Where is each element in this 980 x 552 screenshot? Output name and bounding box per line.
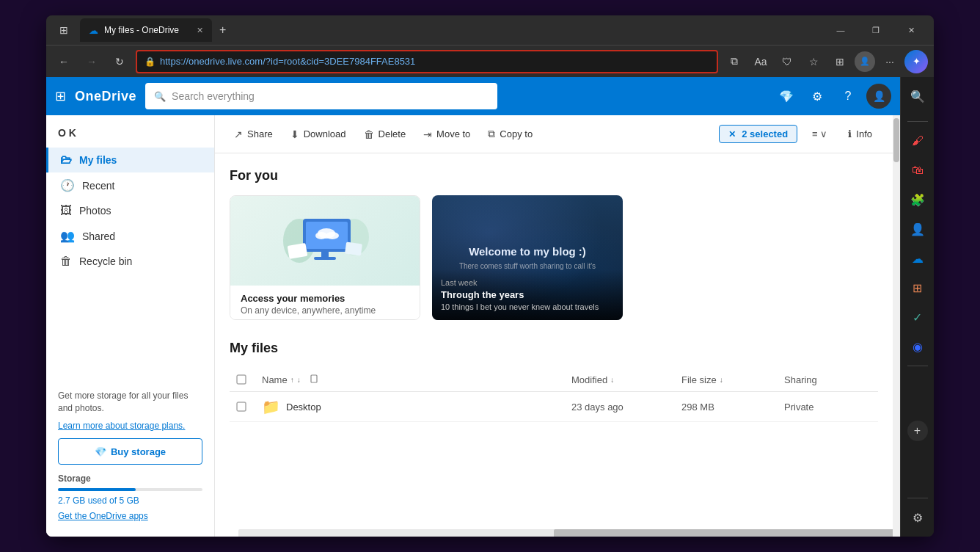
- topbar-right: 💎 ⚙ ? 👤: [774, 84, 891, 109]
- file-name-cell: 📁 Desktop: [262, 398, 571, 415]
- ext-search-icon[interactable]: 🔍: [904, 83, 931, 109]
- horizontal-scrollbar[interactable]: [238, 529, 869, 537]
- apps-grid-icon[interactable]: ⊞: [55, 88, 66, 104]
- for-you-cards: Access your memories On any device, anyw…: [230, 195, 878, 320]
- read-aloud-icon[interactable]: Aa: [749, 50, 772, 73]
- header-check[interactable]: [235, 374, 262, 385]
- file-sharing-cell: Private: [784, 402, 872, 413]
- ext-puzzle-icon[interactable]: 🧩: [904, 186, 931, 213]
- search-box[interactable]: 🔍 Search everything: [145, 83, 497, 109]
- settings-icon[interactable]: ⚙: [805, 84, 830, 109]
- row-checkbox[interactable]: [235, 401, 262, 413]
- ext-onedrive-icon[interactable]: ☁: [904, 245, 931, 272]
- blog-card-bg: Welcome to my blog :) There comes stuff …: [432, 195, 623, 320]
- blog-subtitle: 10 things I bet you never knew about tra…: [441, 302, 614, 311]
- header-name[interactable]: Name ↑ ↓: [262, 374, 571, 385]
- download-button[interactable]: ⬇ Download: [283, 124, 354, 145]
- ext-blue-icon[interactable]: ◉: [904, 333, 931, 360]
- trash-icon: 🗑: [364, 128, 374, 140]
- ext-add-button[interactable]: +: [907, 421, 928, 441]
- header-modified-label: Modified: [571, 374, 607, 385]
- split-screen-icon[interactable]: ⧉: [723, 50, 746, 73]
- copy-to-button[interactable]: ⧉ Copy to: [480, 123, 540, 145]
- for-you-title: For you: [230, 168, 878, 184]
- table-row[interactable]: 📁 Desktop 23 days ago 298 MB Private: [230, 392, 878, 422]
- ext-paint-icon[interactable]: 🖌: [904, 128, 931, 154]
- address-text: https://onedrive.live.com/?id=root&cid=3…: [160, 56, 415, 67]
- new-tab-button[interactable]: +: [216, 21, 229, 40]
- main-content: ⊞ OneDrive 🔍 Search everything 💎 ⚙ ? 👤 O…: [46, 77, 934, 537]
- delete-button[interactable]: 🗑 Delete: [356, 124, 414, 145]
- favorites-icon[interactable]: ☆: [802, 50, 825, 73]
- view-toggle: ≡ ∨: [806, 126, 833, 142]
- sidebar-item-recyclebin[interactable]: 🗑 Recycle bin: [46, 249, 214, 274]
- browser-toolbar-right: ⧉ Aa 🛡 ☆ ⊞ 👤 ··· ✦: [723, 50, 928, 73]
- sidebar-toggle[interactable]: ⊞: [52, 18, 76, 42]
- restore-button[interactable]: ❐: [859, 19, 893, 41]
- svg-rect-7: [321, 252, 329, 258]
- move-icon: ⇥: [423, 128, 432, 140]
- svg-point-6: [326, 232, 339, 239]
- share-button[interactable]: ↗ Share: [227, 124, 280, 145]
- header-filesize[interactable]: File size ↓: [681, 374, 784, 385]
- minimize-button[interactable]: —: [824, 19, 858, 41]
- photos-icon: 🖼: [60, 204, 72, 217]
- move-to-button[interactable]: ⇥ Move to: [416, 124, 478, 145]
- memories-card-title: Access your memories: [241, 293, 409, 304]
- blog-card[interactable]: Welcome to my blog :) There comes stuff …: [432, 195, 623, 320]
- sidebar-item-recyclebin-label: Recycle bin: [79, 255, 132, 267]
- selected-badge: ✕ 2 selected: [719, 125, 797, 143]
- premium-icon[interactable]: 💎: [774, 84, 799, 109]
- more-options-icon[interactable]: ···: [878, 50, 902, 73]
- vertical-scrollbar-thumb[interactable]: [893, 118, 899, 162]
- ext-bag-icon[interactable]: 🛍: [904, 157, 931, 184]
- header-modified[interactable]: Modified ↓: [571, 374, 681, 385]
- storage-section: Get more storage for all your files and …: [46, 381, 214, 531]
- tab-title: My files - OneDrive: [104, 25, 179, 35]
- sidebar-item-myfiles[interactable]: 🗁 My files: [46, 148, 214, 172]
- forward-button[interactable]: →: [80, 50, 103, 73]
- storage-plans-link[interactable]: Learn more about storage plans.: [58, 421, 202, 431]
- browser-profile-icon[interactable]: 👤: [855, 51, 875, 72]
- ext-settings-icon[interactable]: ⚙: [904, 504, 931, 531]
- refresh-button[interactable]: ↻: [108, 50, 131, 73]
- collections-icon[interactable]: ⊞: [828, 50, 852, 73]
- sidebar-item-recent[interactable]: 🕐 Recent: [46, 172, 214, 198]
- sidebar-item-shared[interactable]: 👥 Shared: [46, 223, 214, 249]
- sidebar-item-shared-label: Shared: [82, 230, 115, 242]
- ext-office-icon[interactable]: ⊞: [904, 275, 931, 301]
- files-section: Name ↑ ↓ Modified ↓: [230, 368, 878, 422]
- tab-close-button[interactable]: ✕: [197, 26, 203, 35]
- get-apps-link[interactable]: Get the OneDrive apps: [58, 511, 148, 521]
- view-options-button[interactable]: ≡ ∨: [806, 126, 833, 142]
- tab-favicon: ☁: [89, 25, 98, 36]
- ext-todo-icon[interactable]: ✓: [904, 304, 931, 330]
- help-icon[interactable]: ?: [835, 84, 860, 109]
- browser-shield-icon[interactable]: 🛡: [775, 50, 799, 73]
- blog-overlay: Last week Through the years 10 things I …: [432, 269, 623, 320]
- active-tab[interactable]: ☁ My files - OneDrive ✕: [80, 18, 212, 42]
- svg-rect-12: [311, 375, 317, 382]
- header-filesize-label: File size: [681, 374, 717, 385]
- horizontal-scrollbar-thumb[interactable]: [554, 529, 893, 537]
- copilot-button[interactable]: ✦: [904, 50, 928, 73]
- address-bar[interactable]: 🔒 https://onedrive.live.com/?id=root&cid…: [136, 50, 718, 73]
- back-button[interactable]: ←: [52, 50, 76, 73]
- vertical-scrollbar[interactable]: [893, 115, 900, 537]
- file-size-cell: 298 MB: [681, 402, 784, 413]
- blog-tag: Last week: [441, 278, 614, 287]
- sidebar-item-photos-label: Photos: [79, 205, 111, 217]
- copy-icon: ⧉: [488, 128, 495, 140]
- storage-used-text: 2.7 GB used of 5 GB: [58, 495, 202, 506]
- deselect-button[interactable]: ✕: [728, 129, 736, 139]
- info-button[interactable]: ℹ Info: [839, 124, 881, 144]
- ext-person-icon[interactable]: 👤: [904, 216, 931, 242]
- user-avatar[interactable]: 👤: [866, 84, 891, 109]
- buy-storage-button[interactable]: 💎 Buy storage: [58, 438, 202, 465]
- files-table-header: Name ↑ ↓ Modified ↓: [230, 368, 878, 392]
- svg-rect-13: [237, 402, 246, 411]
- file-type-icon: [310, 374, 320, 385]
- close-button[interactable]: ✕: [894, 19, 928, 41]
- memories-card[interactable]: Access your memories On any device, anyw…: [230, 195, 420, 320]
- sidebar-item-photos[interactable]: 🖼 Photos: [46, 198, 214, 223]
